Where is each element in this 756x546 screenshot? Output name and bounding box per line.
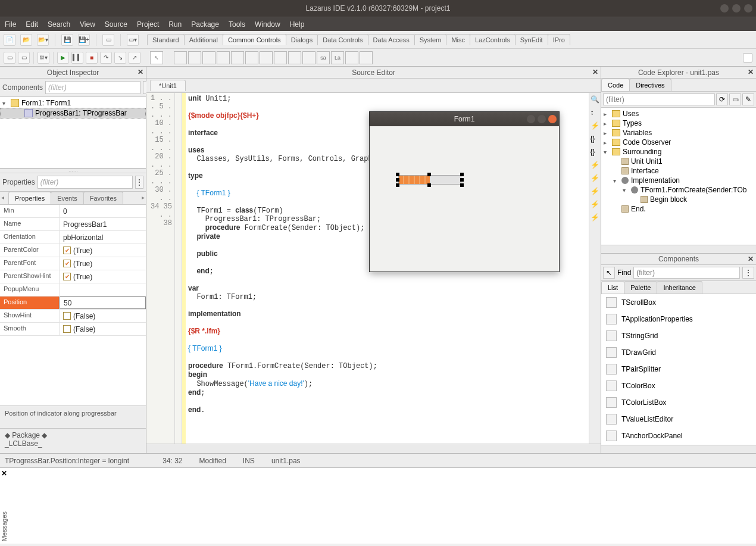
component-list-item[interactable]: TValueListEditor: [601, 411, 756, 428]
tree-item[interactable]: ▸Variables: [601, 128, 756, 138]
tree-item[interactable]: ▾TForm1.FormCreate(Sender:TOb: [601, 185, 756, 195]
mode-button[interactable]: ✎: [742, 93, 754, 105]
property-value[interactable]: 0: [60, 205, 146, 217]
property-row[interactable]: NameProgressBar1: [0, 218, 146, 231]
property-value[interactable]: pbHorizontal: [60, 231, 146, 244]
tab-dialogs[interactable]: Dialogs: [286, 34, 318, 45]
checkbox-icon[interactable]: [63, 312, 71, 320]
form-maximize-icon[interactable]: [538, 115, 546, 123]
palette-item[interactable]: [260, 51, 273, 64]
run-button[interactable]: ▶: [57, 52, 69, 64]
settings-button[interactable]: ⚙▾: [38, 52, 49, 64]
property-value[interactable]: (False): [60, 310, 146, 322]
chevron-icon[interactable]: ▾: [623, 187, 629, 194]
properties-filter-input[interactable]: [38, 176, 133, 189]
palette-item[interactable]: [188, 51, 201, 64]
palette-item[interactable]: [245, 51, 258, 64]
property-value[interactable]: [60, 283, 146, 296]
options-button[interactable]: ▭: [729, 93, 741, 105]
form-minimize-icon[interactable]: [527, 115, 535, 123]
menu-source[interactable]: Source: [105, 20, 127, 29]
fold-gutter[interactable]: [175, 93, 182, 444]
menu-run[interactable]: Run: [168, 20, 182, 29]
tab-misc[interactable]: Misc: [446, 34, 470, 45]
component-list-item[interactable]: TScrollBox: [601, 294, 756, 311]
maximize-icon[interactable]: [732, 4, 741, 13]
selection-handle[interactable]: [427, 183, 431, 187]
tab-standard[interactable]: Standard: [147, 34, 185, 45]
property-grid[interactable]: Min0NameProgressBar1OrientationpbHorizon…: [0, 205, 146, 405]
view-units-button[interactable]: ▭: [4, 52, 15, 64]
palette-item[interactable]: [288, 51, 301, 64]
palette-item[interactable]: [174, 51, 187, 64]
chevron-icon[interactable]: ▸: [604, 139, 610, 146]
palette-item[interactable]: sa: [317, 51, 330, 64]
tab-system[interactable]: System: [414, 34, 447, 45]
palette-expand-button[interactable]: [743, 53, 752, 63]
step-into-button[interactable]: ↘: [114, 52, 126, 64]
minimize-icon[interactable]: [720, 4, 729, 13]
component-list-item[interactable]: TDrawGrid: [601, 344, 756, 361]
selection-handle[interactable]: [396, 173, 399, 176]
property-row[interactable]: OrientationpbHorizontal: [0, 231, 146, 244]
bolt-icon[interactable]: ⚡: [591, 174, 600, 183]
chevron-icon[interactable]: ▸: [604, 130, 610, 136]
checkbox-icon[interactable]: [63, 325, 71, 333]
close-messages-button[interactable]: ✕: [1, 469, 7, 478]
tab-lazcontrols[interactable]: LazControls: [470, 34, 516, 45]
components-filter-input[interactable]: [45, 81, 140, 94]
tab-properties[interactable]: Properties: [8, 192, 51, 204]
selection-handle[interactable]: [427, 173, 431, 176]
menu-edit[interactable]: Edit: [26, 20, 38, 29]
bolt-icon[interactable]: ⚡: [591, 121, 600, 131]
tree-item-label[interactable]: Form1: TForm1: [21, 99, 71, 107]
tree-item[interactable]: Begin block: [601, 195, 756, 204]
menu-file[interactable]: File: [5, 20, 16, 29]
property-row[interactable]: ShowHint(False): [0, 310, 146, 323]
tab-favorites[interactable]: Favorites: [83, 192, 123, 204]
palette-item[interactable]: [360, 51, 373, 64]
chevron-down-icon[interactable]: ▾: [2, 100, 8, 107]
selection-tool-button[interactable]: ↖: [603, 267, 615, 279]
tree-item[interactable]: End.: [601, 204, 756, 214]
close-code-explorer-button[interactable]: ✕: [748, 68, 754, 76]
save-all-button[interactable]: 💾+: [78, 34, 90, 46]
new-form-button[interactable]: ▭: [102, 34, 114, 46]
tab-data-access[interactable]: Data Access: [368, 34, 415, 45]
palette-item[interactable]: [274, 51, 287, 64]
property-row[interactable]: ParentFont✔(True): [0, 257, 146, 270]
open-button[interactable]: 📂: [20, 34, 32, 46]
palette-item[interactable]: [217, 51, 230, 64]
menu-package[interactable]: Package: [191, 20, 219, 29]
bolt-icon[interactable]: ⚡: [591, 161, 600, 170]
close-components-button[interactable]: ✕: [748, 255, 754, 263]
tab-ipro[interactable]: IPro: [548, 34, 570, 45]
tab-code[interactable]: Code: [601, 79, 630, 91]
tree-item[interactable]: ▸Types: [601, 118, 756, 128]
property-row[interactable]: PopupMenu: [0, 283, 146, 297]
close-source-editor-button[interactable]: ✕: [592, 68, 598, 76]
form-design-canvas[interactable]: [370, 126, 559, 272]
tab-common-controls[interactable]: Common Controls: [223, 34, 286, 45]
code-explorer-filter-input[interactable]: [603, 93, 715, 105]
tree-item[interactable]: ▸Code Observer: [601, 138, 756, 147]
step-over-button[interactable]: ↷: [100, 52, 112, 64]
tree-item[interactable]: ▸Uses: [601, 109, 756, 118]
component-tree[interactable]: ▾ Form1: TForm1 ProgressBar1: TProgressB…: [0, 97, 146, 169]
property-value[interactable]: ✔(True): [60, 257, 146, 270]
jump-icon[interactable]: ↕: [591, 108, 600, 118]
menu-help[interactable]: Help: [290, 20, 305, 29]
palette-item[interactable]: [231, 51, 244, 64]
tree-item[interactable]: ▾Surrounding: [601, 147, 756, 157]
open-recent-button[interactable]: 📂▾: [37, 34, 49, 46]
component-list-item[interactable]: TAnchorDockPanel: [601, 428, 756, 444]
tab-events[interactable]: Events: [51, 192, 84, 204]
component-list-item[interactable]: TColorListBox: [601, 394, 756, 411]
selection-handle[interactable]: [460, 183, 464, 187]
horizontal-scrollbar[interactable]: [601, 445, 756, 453]
tab-additional[interactable]: Additional: [184, 34, 223, 45]
tab-directives[interactable]: Directives: [629, 79, 671, 91]
selection-handle[interactable]: [396, 183, 399, 187]
splitter[interactable]: ⋯⋯: [0, 169, 146, 173]
palette-item[interactable]: [345, 51, 358, 64]
